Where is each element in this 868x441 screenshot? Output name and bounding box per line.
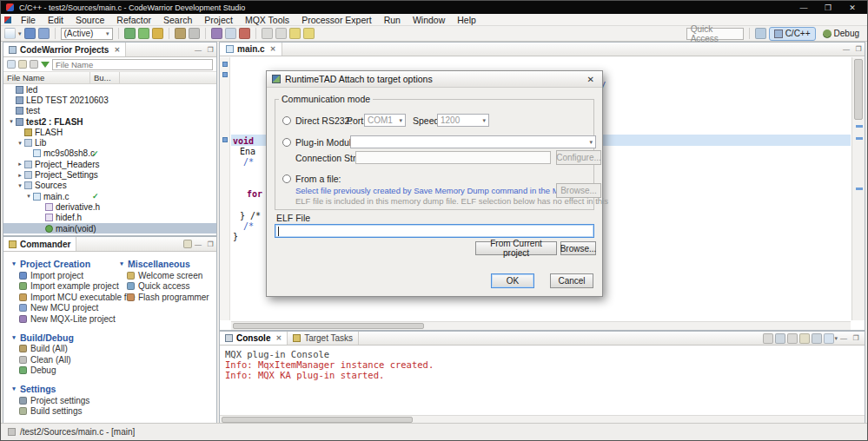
- link-import-mcu-executable[interactable]: Import MCU executable file: [10, 292, 115, 303]
- browse-elf-button[interactable]: Browse...: [560, 241, 596, 255]
- console-output[interactable]: MQX plug-in Console Info: MqxItemManager…: [220, 346, 865, 414]
- dialog-title-bar[interactable]: RuntimeTAD Attach to target options ✕: [267, 71, 602, 88]
- link-build-all[interactable]: Build (All): [10, 344, 115, 355]
- maximize-panel-icon[interactable]: ❐: [852, 45, 865, 53]
- minimize-icon[interactable]: —: [794, 3, 813, 12]
- link-project-settings[interactable]: Project settings: [10, 395, 115, 406]
- flash-programmer-icon[interactable]: [152, 28, 163, 39]
- file-name-filter-input[interactable]: [52, 59, 213, 70]
- annotation-prev-icon[interactable]: [262, 28, 273, 39]
- minimize-panel-icon[interactable]: —: [838, 334, 850, 342]
- forward-icon[interactable]: [303, 28, 315, 39]
- link-quick-access[interactable]: Quick access: [118, 281, 215, 293]
- display-selected-console-icon[interactable]: [812, 333, 822, 344]
- menu-help[interactable]: Help: [452, 15, 481, 25]
- tree-row-hidef-h[interactable]: hidef.h: [3, 213, 216, 223]
- external-tools-icon[interactable]: [239, 28, 250, 39]
- browse-dump-button[interactable]: Browse...: [556, 183, 601, 198]
- annotation-next-icon[interactable]: [275, 28, 287, 39]
- tree-row-flash[interactable]: FLASH: [3, 127, 216, 137]
- tree-row-mc9s08sh8[interactable]: mc9s08sh8.c ✓: [3, 148, 216, 159]
- save-icon[interactable]: [24, 28, 36, 39]
- maximize-icon[interactable]: ❐: [818, 3, 838, 12]
- build-icon[interactable]: [175, 28, 186, 39]
- search-icon[interactable]: [225, 28, 236, 39]
- scrollbar-thumb[interactable]: [233, 323, 424, 329]
- tab-console[interactable]: Console ✕: [220, 332, 288, 345]
- tree-row-derivative-h[interactable]: derivative.h: [3, 201, 216, 212]
- close-icon[interactable]: ✕: [585, 75, 597, 84]
- speed-combo[interactable]: 1200 ▾: [437, 114, 489, 127]
- open-console-icon[interactable]: [824, 333, 834, 344]
- from-file-radio[interactable]: [282, 174, 291, 183]
- ok-button[interactable]: OK: [491, 273, 534, 288]
- link-new-mcu-project[interactable]: New MCU project: [10, 303, 115, 314]
- port-combo[interactable]: COM1 ▾: [364, 114, 406, 127]
- minimize-panel-icon[interactable]: —: [192, 46, 204, 54]
- pin-console-icon[interactable]: [799, 333, 810, 344]
- scrollbar-thumb[interactable]: [854, 59, 863, 120]
- tab-target-tasks[interactable]: Target Tasks: [288, 332, 359, 345]
- maximize-panel-icon[interactable]: ❐: [204, 46, 216, 54]
- word-wrap-icon[interactable]: [787, 333, 798, 344]
- view-menu-icon[interactable]: [30, 60, 38, 69]
- column-file-name[interactable]: File Name: [3, 72, 90, 83]
- close-icon[interactable]: ✕: [843, 3, 862, 12]
- menu-edit[interactable]: Edit: [43, 15, 69, 25]
- link-build-settings[interactable]: Build settings: [10, 406, 115, 418]
- collapse-all-icon[interactable]: [7, 60, 16, 69]
- tree-row-led-test[interactable]: LED TEST 20210603: [3, 95, 216, 105]
- expand-open-icon[interactable]: ▾: [7, 118, 16, 125]
- perspective-debug[interactable]: Debug: [818, 27, 864, 41]
- expand-open-icon[interactable]: ▾: [16, 182, 24, 189]
- configure-button[interactable]: Configure...: [556, 150, 601, 165]
- tree-row-main-c[interactable]: ▾ main.c ✓: [3, 191, 216, 201]
- expand-closed-icon[interactable]: ▸: [16, 172, 24, 179]
- section-header[interactable]: ▾ Project Creation: [10, 258, 115, 270]
- scrollbar-thumb[interactable]: [222, 417, 413, 423]
- section-header[interactable]: ▾ Build/Debug: [10, 332, 115, 344]
- tree-row-main-void[interactable]: main(void): [3, 223, 216, 234]
- menu-processor-expert[interactable]: Processor Expert: [296, 15, 377, 25]
- perspective-cpp[interactable]: C/C++: [769, 27, 816, 41]
- link-clean-all[interactable]: Clean (All): [10, 354, 115, 365]
- column-build[interactable]: Bu...: [90, 72, 120, 83]
- close-icon[interactable]: ✕: [274, 334, 282, 342]
- tree-row-led[interactable]: led: [3, 84, 216, 95]
- close-icon[interactable]: ✕: [112, 46, 120, 54]
- launch-config-combo[interactable]: (Active) ▾: [61, 28, 113, 40]
- quick-access-input[interactable]: Quick Access: [686, 28, 744, 40]
- debug-icon[interactable]: [124, 28, 136, 39]
- cancel-button[interactable]: Cancel: [550, 273, 593, 288]
- tab-codewarrior-projects[interactable]: CodeWarrior Projects ✕: [3, 43, 126, 56]
- editor-horizontal-scrollbar[interactable]: [231, 321, 851, 330]
- plugin-module-radio[interactable]: [282, 138, 291, 147]
- tree-row-lib[interactable]: ▾ Lib: [3, 137, 216, 148]
- scroll-lock-icon[interactable]: [775, 333, 785, 344]
- new-connection-icon[interactable]: [211, 28, 222, 39]
- elf-file-input[interactable]: [275, 224, 594, 238]
- tree-row-project-settings[interactable]: ▸ Project_Settings: [3, 169, 216, 180]
- tree-row-test2[interactable]: ▾ test2 : FLASH: [3, 116, 216, 127]
- close-icon[interactable]: ✕: [268, 45, 276, 53]
- plugin-module-combo[interactable]: ▾: [350, 135, 596, 148]
- link-debug[interactable]: Debug: [10, 365, 115, 377]
- expand-closed-icon[interactable]: ▸: [16, 161, 24, 168]
- link-new-mqx-lite-project[interactable]: New MQX-Lite project: [10, 313, 115, 325]
- tree-row-test[interactable]: test: [3, 106, 216, 116]
- link-flash-programmer[interactable]: Flash programmer: [118, 292, 215, 303]
- menu-source[interactable]: Source: [70, 15, 109, 25]
- link-import-example-project[interactable]: Import example project: [10, 281, 115, 293]
- expand-open-icon[interactable]: ▾: [24, 193, 33, 200]
- maximize-panel-icon[interactable]: ❐: [204, 240, 216, 248]
- menu-mqx-tools[interactable]: MQX Tools: [240, 15, 295, 25]
- new-wizard-icon[interactable]: [4, 28, 16, 39]
- menu-project[interactable]: Project: [199, 15, 238, 25]
- section-header[interactable]: ▾ Miscellaneous: [118, 258, 215, 270]
- link-with-editor-icon[interactable]: [18, 60, 27, 69]
- maximize-panel-icon[interactable]: ❐: [850, 334, 862, 342]
- menu-search[interactable]: Search: [158, 15, 197, 25]
- open-perspective-icon[interactable]: [755, 28, 766, 39]
- link-import-project[interactable]: Import project: [10, 270, 115, 281]
- menu-run[interactable]: Run: [379, 15, 406, 25]
